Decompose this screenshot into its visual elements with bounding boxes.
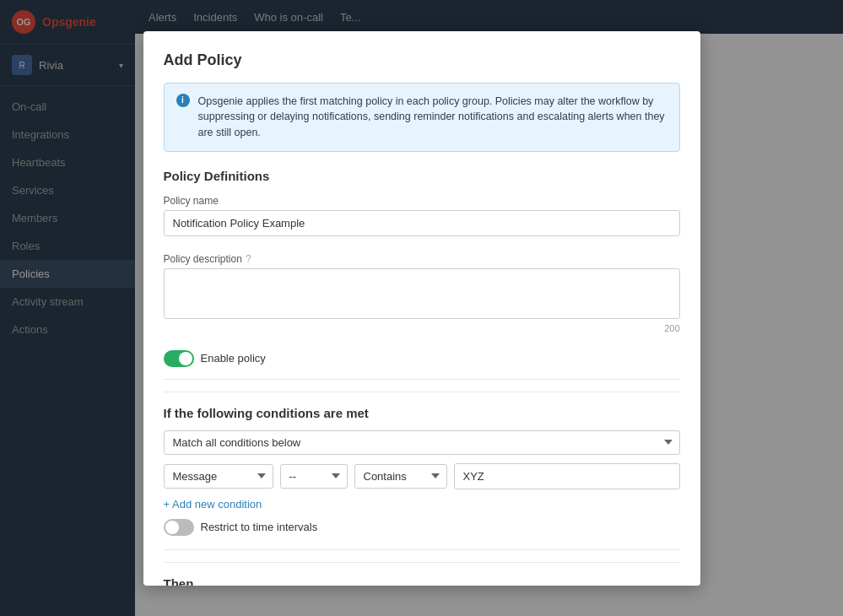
info-text: Opsgenie applies the first matching poli… bbox=[198, 94, 667, 130]
info-icon: i bbox=[176, 94, 190, 107]
modal-overlay: Add Policy i Opsgenie applies the first … bbox=[0, 0, 843, 129]
modal-title: Add Policy bbox=[164, 51, 680, 69]
add-policy-modal: Add Policy i Opsgenie applies the first … bbox=[143, 31, 700, 130]
info-box: i Opsgenie applies the first matching po… bbox=[164, 83, 680, 130]
